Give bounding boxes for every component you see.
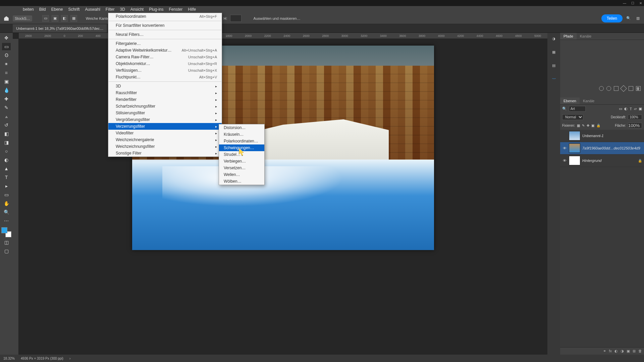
filter-stylize[interactable]: Stilisierungsfilter	[108, 110, 222, 116]
dodge-tool[interactable]: ◐	[2, 156, 11, 164]
distort-ripple[interactable]: Kräuseln…	[219, 131, 264, 138]
filter-video[interactable]: Videofilter	[108, 130, 222, 136]
workspace-icon[interactable]: ▥	[635, 15, 641, 22]
tab-layers[interactable]: Ebenen	[560, 98, 580, 104]
stock-chip[interactable]: StockS…	[13, 15, 32, 21]
edit-toolbar[interactable]: ⋯	[2, 217, 11, 225]
distort-polar[interactable]: Polarkoordinaten…	[219, 138, 264, 144]
visibility-icon[interactable]: 👁	[562, 159, 567, 163]
fill-input[interactable]	[628, 123, 642, 128]
filter-last[interactable]: PolarkoordinatenAlt+Strg+F	[108, 13, 222, 20]
window-maximize[interactable]: ☐	[631, 1, 635, 5]
delete-layer-icon[interactable]: 🗑	[638, 349, 642, 353]
layer-thumb[interactable]	[569, 143, 580, 153]
foreground-color[interactable]	[1, 227, 7, 233]
layer-row[interactable]: 👁 7a9f1960ae00dd…dec012503e4d9	[560, 142, 644, 155]
stamp-tool[interactable]: ⟁	[2, 113, 11, 120]
filter-distort[interactable]: Verzerrungsfilter	[108, 123, 222, 130]
filter-neural[interactable]: Neural Filters…	[108, 31, 222, 38]
blur-tool[interactable]: ○	[2, 147, 11, 155]
filter-liquify[interactable]: Verflüssigen…Umschalt+Strg+X	[108, 67, 222, 74]
menu-auswahl[interactable]: Auswahl	[82, 6, 103, 12]
menu-hilfe[interactable]: Hilfe	[185, 6, 199, 12]
gradient-tool[interactable]: ◨	[2, 139, 11, 146]
heal-tool[interactable]: ✚	[2, 95, 11, 103]
marquee-tool[interactable]: ▭	[2, 43, 11, 50]
filter-smart-convert[interactable]: Für Smartfilter konvertieren	[108, 22, 222, 29]
distort-spherize[interactable]: Wölben…	[219, 178, 264, 185]
status-chevron-icon[interactable]: ›	[69, 357, 70, 360]
filter-sharpen[interactable]: Scharfzeichnungsfilter	[108, 103, 222, 110]
window-minimize[interactable]: ―	[623, 1, 627, 5]
blend-mode-select[interactable]: Normal	[562, 114, 583, 120]
color-panel-icon[interactable]: ◑	[550, 35, 557, 42]
filter-blur[interactable]: Weichzeichnungsfilter	[108, 143, 222, 150]
layer-name[interactable]: Unbenannt-1	[582, 134, 604, 138]
selection-intersect-icon[interactable]: ▦	[70, 15, 77, 22]
filter-magnify[interactable]: Vergrößerungsfilter	[108, 116, 222, 123]
lock-trans-icon[interactable]: ▦	[577, 124, 580, 127]
zoom-tool[interactable]: 🔍	[2, 208, 11, 216]
distort-twirl[interactable]: Strudel…	[219, 151, 264, 158]
menu-3d[interactable]: 3D	[117, 6, 127, 12]
search-icon[interactable]: 🔍	[625, 15, 632, 22]
tab-channels[interactable]: Kanäle	[580, 98, 598, 104]
frame-tool[interactable]: ▣	[2, 78, 11, 85]
filter-pixel-icon[interactable]: ▭	[619, 107, 622, 111]
home-icon[interactable]	[3, 15, 10, 22]
brush-tool[interactable]: ✎	[2, 104, 11, 111]
link-layers-icon[interactable]: ⚭	[603, 349, 606, 353]
filter-smart-icon[interactable]: ▣	[639, 107, 642, 111]
color-swatches[interactable]	[1, 227, 11, 237]
mask-icon[interactable]: ◐	[614, 349, 618, 353]
layer-row[interactable]: Unbenannt-1	[560, 130, 644, 142]
menu-schrift[interactable]: Schrift	[65, 6, 82, 12]
trash-icon[interactable]: 🗑	[636, 86, 641, 91]
tab-channels-top[interactable]: Kanäle	[577, 33, 595, 40]
selection-new-icon[interactable]: ▭	[42, 15, 49, 22]
lock-paint-icon[interactable]: ✎	[582, 124, 585, 127]
filter-camera-raw[interactable]: Camera Raw-Filter…Umschalt+Strg+A	[108, 54, 222, 60]
menu-plugins[interactable]: Plug-ins	[146, 6, 166, 12]
swatches-panel-icon[interactable]: ▦	[550, 48, 557, 56]
document-tab[interactable]: Unbenannt-1 bei 18,3% (7a9f1960ae00dd9fc…	[13, 24, 107, 33]
filter-type-icon[interactable]: T	[630, 107, 632, 111]
filter-lens[interactable]: Objektivkorrektur…Umschalt+Strg+R	[108, 60, 222, 67]
lasso-tool[interactable]: ʘ	[2, 52, 11, 59]
filter-adaptive[interactable]: Adaptive Weitwinkelkorrektur…Alt+Umschal…	[108, 47, 222, 54]
filter-vanish[interactable]: Fluchtpunkt…Alt+Strg+V	[108, 74, 222, 80]
layer-filter-input[interactable]	[569, 106, 586, 112]
libraries-panel-icon[interactable]: 〰	[550, 75, 557, 82]
layer-thumb[interactable]	[569, 156, 580, 165]
shape-tool[interactable]: ▭	[2, 191, 11, 198]
rect-icon[interactable]	[629, 86, 633, 91]
menu-bearbeiten[interactable]: beiten	[20, 6, 37, 12]
distort-shear[interactable]: Verbiegen…	[219, 158, 264, 165]
layer-name[interactable]: 7a9f1960ae00dd…dec012503e4d9	[582, 146, 640, 150]
circle-live-icon[interactable]	[599, 86, 604, 91]
filter-3d[interactable]: 3D	[108, 83, 222, 89]
window-close[interactable]: ✕	[639, 1, 643, 5]
search-icon[interactable]: 🔍	[562, 107, 567, 111]
filter-shape-icon[interactable]: ▱	[634, 107, 637, 111]
menu-ebene[interactable]: Ebene	[49, 6, 66, 12]
quickmask-tool[interactable]: ◫	[2, 239, 11, 246]
eyedropper-tool[interactable]: 💧	[2, 86, 11, 94]
distort-distorsion[interactable]: Distorsion…	[219, 124, 264, 131]
circle-icon[interactable]	[606, 86, 611, 91]
distort-zigzag[interactable]: Schwingungen…	[219, 144, 264, 151]
layer-name[interactable]: Hintergrund	[582, 159, 601, 163]
visibility-icon[interactable]: 👁	[562, 146, 567, 150]
menu-ansicht[interactable]: Ansicht	[128, 6, 146, 12]
zoom-readout[interactable]: 18.32%	[3, 357, 15, 360]
filter-blur-gallery[interactable]: Weichzeichnergalerie	[108, 136, 222, 143]
layer-thumb[interactable]	[569, 131, 580, 140]
new-layer-icon[interactable]: ⊞	[633, 349, 636, 353]
adjustment-icon[interactable]: ◑	[621, 349, 624, 353]
eraser-tool[interactable]: ◧	[2, 130, 11, 137]
distort-displace[interactable]: Versetzen…	[219, 165, 264, 171]
path-select-tool[interactable]: ▸	[2, 182, 11, 190]
menu-fenster[interactable]: Fenster	[166, 6, 185, 12]
filter-adjust-icon[interactable]: ◐	[624, 107, 628, 111]
layer-row[interactable]: 👁 Hintergrund 🔒	[560, 155, 644, 167]
